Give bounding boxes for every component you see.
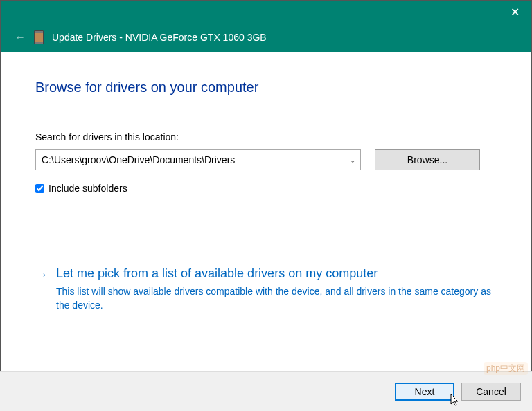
page-title: Browse for drivers on your computer	[35, 80, 497, 95]
path-input[interactable]	[35, 149, 361, 170]
content-area: Browse for drivers on your computer Sear…	[1, 52, 531, 370]
include-subfolders-row: Include subfolders	[35, 183, 497, 194]
include-subfolders-label: Include subfolders	[48, 183, 127, 194]
pick-driver-option[interactable]: → Let me pick from a list of available d…	[35, 266, 497, 312]
path-input-wrap: ⌄	[35, 149, 361, 170]
titlebar: ✕	[1, 1, 531, 23]
pick-driver-title: Let me pick from a list of available dri…	[56, 266, 497, 281]
arrow-right-icon: →	[35, 268, 48, 312]
back-arrow-icon[interactable]: ←	[15, 31, 26, 44]
search-location-label: Search for drivers in this location:	[35, 131, 497, 143]
cancel-button[interactable]: Cancel	[461, 383, 521, 401]
footer-bar: Next Cancel	[0, 371, 532, 411]
header-bar: ← Update Drivers - NVIDIA GeForce GTX 10…	[1, 23, 531, 52]
include-subfolders-checkbox[interactable]	[35, 184, 44, 193]
pick-driver-description: This list will show available drivers co…	[56, 285, 497, 312]
window-title: Update Drivers - NVIDIA GeForce GTX 1060…	[52, 32, 267, 43]
close-icon[interactable]: ✕	[506, 6, 523, 19]
path-row: ⌄ Browse...	[35, 149, 497, 170]
next-button[interactable]: Next	[395, 383, 454, 401]
device-icon	[34, 30, 44, 44]
browse-button[interactable]: Browse...	[375, 149, 480, 170]
